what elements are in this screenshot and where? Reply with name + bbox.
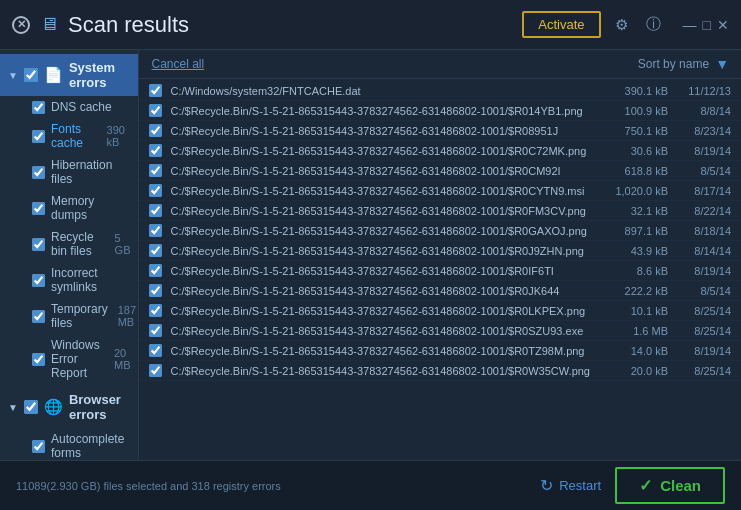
list-item[interactable]: Temporary files 187 MB (28, 298, 138, 334)
table-row[interactable]: C:/$Recycle.Bin/S-1-5-21-865315443-37832… (139, 281, 741, 301)
file-size: 618.8 kB (598, 165, 668, 177)
right-panel: Cancel all Sort by name ▼ C:/Windows/sys… (139, 50, 741, 460)
table-row[interactable]: C:/$Recycle.Bin/S-1-5-21-865315443-37832… (139, 301, 741, 321)
info-icon: ⓘ (646, 15, 661, 32)
autocomplete-checkbox[interactable] (32, 440, 45, 453)
item-label: Windows Error Report (51, 338, 104, 380)
list-item[interactable]: Incorrect symlinks (28, 262, 138, 298)
list-item[interactable]: Hibernation files (28, 154, 138, 190)
file-size: 222.2 kB (598, 285, 668, 297)
left-panel: ▼ 📄 System errors DNS cache Fonts cache … (0, 50, 139, 460)
category-system-errors[interactable]: ▼ 📄 System errors (0, 54, 138, 96)
restart-button[interactable]: ↻ Restart (540, 476, 601, 495)
close-window-button[interactable]: ✕ (717, 17, 729, 33)
hibernation-checkbox[interactable] (32, 166, 45, 179)
file-checkbox[interactable] (149, 284, 162, 297)
file-checkbox[interactable] (149, 364, 162, 377)
file-checkbox[interactable] (149, 304, 162, 317)
file-date: 8/19/14 (676, 345, 731, 357)
category-browser-errors[interactable]: ▼ 🌐 Browser errors (0, 386, 138, 428)
file-checkbox[interactable] (149, 344, 162, 357)
list-item[interactable]: Memory dumps (28, 190, 138, 226)
file-checkbox[interactable] (149, 204, 162, 217)
clean-button[interactable]: ✓ Clean (615, 467, 725, 504)
file-checkbox[interactable] (149, 104, 162, 117)
file-path: C:/$Recycle.Bin/S-1-5-21-865315443-37832… (170, 125, 590, 137)
table-row[interactable]: C:/$Recycle.Bin/S-1-5-21-865315443-37832… (139, 121, 741, 141)
browser-errors-items: Autocomplete forms Cache 251 MB Cookies … (0, 428, 138, 460)
table-row[interactable]: C:/$Recycle.Bin/S-1-5-21-865315443-37832… (139, 141, 741, 161)
table-row[interactable]: C:/$Recycle.Bin/S-1-5-21-865315443-37832… (139, 181, 741, 201)
browser-errors-checkbox[interactable] (24, 400, 38, 414)
file-size: 1.6 MB (598, 325, 668, 337)
list-item[interactable]: Autocomplete forms (28, 428, 138, 460)
file-date: 8/22/14 (676, 205, 731, 217)
item-label: Incorrect symlinks (51, 266, 130, 294)
table-row[interactable]: C:/$Recycle.Bin/S-1-5-21-865315443-37832… (139, 241, 741, 261)
file-date: 8/25/14 (676, 305, 731, 317)
activate-button[interactable]: Activate (522, 11, 600, 38)
maximize-button[interactable]: □ (703, 17, 711, 33)
info-button[interactable]: ⓘ (642, 13, 665, 36)
title-bar-right: Activate ⚙ ⓘ — □ ✕ (522, 11, 729, 38)
minimize-button[interactable]: — (683, 17, 697, 33)
bottom-actions: ↻ Restart ✓ Clean (540, 467, 725, 504)
dns-cache-checkbox[interactable] (32, 101, 45, 114)
system-errors-items: DNS cache Fonts cache 390 kB Hibernation… (0, 96, 138, 384)
sort-by-control[interactable]: Sort by name ▼ (638, 56, 729, 72)
file-path: C:/$Recycle.Bin/S-1-5-21-865315443-37832… (170, 225, 590, 237)
close-icon: ✕ (17, 18, 26, 31)
close-app-button[interactable]: ✕ (12, 16, 30, 34)
list-item[interactable]: Windows Error Report 20 MB (28, 334, 138, 384)
table-row[interactable]: C:/Windows/system32/FNTCACHE.dat390.1 kB… (139, 81, 741, 101)
fonts-cache-checkbox[interactable] (32, 130, 45, 143)
item-label: DNS cache (51, 100, 112, 114)
table-row[interactable]: C:/$Recycle.Bin/S-1-5-21-865315443-37832… (139, 341, 741, 361)
file-checkbox[interactable] (149, 324, 162, 337)
table-row[interactable]: C:/$Recycle.Bin/S-1-5-21-865315443-37832… (139, 361, 741, 381)
file-checkbox[interactable] (149, 244, 162, 257)
file-path: C:/$Recycle.Bin/S-1-5-21-865315443-37832… (170, 205, 590, 217)
item-label: Autocomplete forms (51, 432, 130, 460)
file-size: 14.0 kB (598, 345, 668, 357)
item-label: Fonts cache (51, 122, 97, 150)
item-label: Recycle bin files (51, 230, 105, 258)
item-label: Hibernation files (51, 158, 130, 186)
system-errors-checkbox[interactable] (24, 68, 38, 82)
file-checkbox[interactable] (149, 264, 162, 277)
file-checkbox[interactable] (149, 84, 162, 97)
file-checkbox[interactable] (149, 184, 162, 197)
file-date: 8/5/14 (676, 165, 731, 177)
table-row[interactable]: C:/$Recycle.Bin/S-1-5-21-865315443-37832… (139, 321, 741, 341)
list-item[interactable]: Recycle bin files 5 GB (28, 226, 138, 262)
file-size: 100.9 kB (598, 105, 668, 117)
table-row[interactable]: C:/$Recycle.Bin/S-1-5-21-865315443-37832… (139, 261, 741, 281)
main-content: ▼ 📄 System errors DNS cache Fonts cache … (0, 50, 741, 460)
cancel-all-button[interactable]: Cancel all (151, 57, 204, 71)
table-row[interactable]: C:/$Recycle.Bin/S-1-5-21-865315443-37832… (139, 161, 741, 181)
table-row[interactable]: C:/$Recycle.Bin/S-1-5-21-865315443-37832… (139, 201, 741, 221)
table-row[interactable]: C:/$Recycle.Bin/S-1-5-21-865315443-37832… (139, 101, 741, 121)
file-date: 8/14/14 (676, 245, 731, 257)
file-path: C:/$Recycle.Bin/S-1-5-21-865315443-37832… (170, 345, 590, 357)
recycle-bin-checkbox[interactable] (32, 238, 45, 251)
list-item[interactable]: DNS cache (28, 96, 138, 118)
file-checkbox[interactable] (149, 224, 162, 237)
file-date: 11/12/13 (676, 85, 731, 97)
item-label: Memory dumps (51, 194, 130, 222)
file-checkbox[interactable] (149, 124, 162, 137)
temp-files-checkbox[interactable] (32, 310, 45, 323)
table-row[interactable]: C:/$Recycle.Bin/S-1-5-21-865315443-37832… (139, 221, 741, 241)
file-size: 32.1 kB (598, 205, 668, 217)
wer-checkbox[interactable] (32, 353, 45, 366)
file-path: C:/$Recycle.Bin/S-1-5-21-865315443-37832… (170, 265, 590, 277)
title-bar: ✕ 🖥 Scan results Activate ⚙ ⓘ — □ ✕ (0, 0, 741, 50)
memory-dumps-checkbox[interactable] (32, 202, 45, 215)
symlinks-checkbox[interactable] (32, 274, 45, 287)
file-checkbox[interactable] (149, 164, 162, 177)
settings-button[interactable]: ⚙ (611, 14, 632, 36)
file-checkbox[interactable] (149, 144, 162, 157)
check-icon: ✓ (639, 476, 652, 495)
category-label: Browser errors (69, 392, 131, 422)
list-item[interactable]: Fonts cache 390 kB (28, 118, 138, 154)
